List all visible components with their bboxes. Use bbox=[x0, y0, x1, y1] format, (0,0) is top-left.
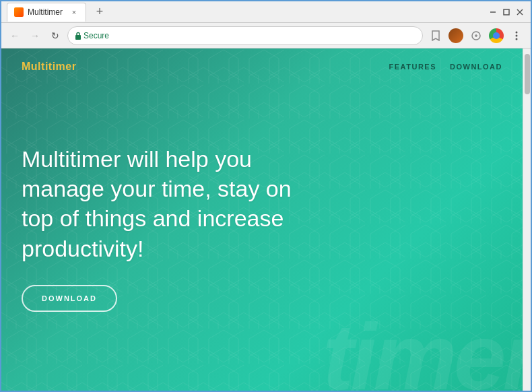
download-button[interactable]: DOWNLOAD bbox=[22, 285, 117, 312]
tab-favicon bbox=[14, 7, 24, 17]
hero-section: timer Multitimer FEATURES DOWNLOAD Multi… bbox=[1, 48, 523, 391]
site-nav: Multitimer FEATURES DOWNLOAD bbox=[1, 48, 523, 85]
extensions-icon[interactable] bbox=[467, 27, 485, 44]
toolbar-icons bbox=[427, 27, 525, 44]
browser-tab[interactable]: Multitimer × bbox=[7, 3, 86, 22]
svg-rect-4 bbox=[75, 35, 81, 40]
nav-download[interactable]: DOWNLOAD bbox=[450, 63, 502, 71]
tab-label: Multitimer bbox=[28, 7, 63, 17]
svg-point-6 bbox=[516, 31, 518, 33]
tab-close-button[interactable]: × bbox=[69, 7, 79, 17]
chrome-icon bbox=[489, 28, 504, 43]
forward-button[interactable]: → bbox=[27, 28, 43, 44]
secure-icon: Secure bbox=[75, 31, 109, 40]
watermark: timer bbox=[323, 310, 523, 391]
svg-point-8 bbox=[516, 38, 518, 40]
title-bar-controls bbox=[488, 7, 525, 18]
os-window: Multitimer × + ← → ↻ Secure bbox=[0, 0, 532, 392]
profile-avatar bbox=[448, 28, 463, 43]
close-button[interactable] bbox=[514, 7, 525, 18]
hero-headline: Multitimer will help you manage your tim… bbox=[22, 144, 304, 263]
nav-features[interactable]: FEATURES bbox=[389, 63, 436, 71]
site-logo: Multitimer bbox=[22, 61, 76, 73]
minimize-button[interactable] bbox=[488, 7, 498, 18]
secure-label: Secure bbox=[84, 31, 109, 40]
title-bar-left: Multitimer × + bbox=[7, 3, 488, 22]
web-content: timer Multitimer FEATURES DOWNLOAD Multi… bbox=[1, 48, 531, 391]
bookmark-icon[interactable] bbox=[427, 27, 444, 44]
scrollbar-thumb[interactable] bbox=[525, 54, 530, 94]
new-tab-button[interactable]: + bbox=[90, 3, 109, 22]
address-input-wrap[interactable]: Secure bbox=[67, 26, 423, 45]
back-button[interactable]: ← bbox=[7, 28, 23, 44]
chrome-update-icon[interactable] bbox=[488, 27, 505, 44]
scrollbar[interactable] bbox=[523, 48, 531, 391]
page-area: timer Multitimer FEATURES DOWNLOAD Multi… bbox=[1, 48, 523, 391]
profile-button[interactable] bbox=[447, 27, 465, 44]
menu-button[interactable] bbox=[508, 27, 525, 44]
hero-content: Multitimer will help you manage your tim… bbox=[22, 144, 304, 312]
svg-point-7 bbox=[516, 34, 518, 36]
maximize-button[interactable] bbox=[501, 7, 512, 18]
refresh-button[interactable]: ↻ bbox=[47, 28, 63, 44]
site-nav-links: FEATURES DOWNLOAD bbox=[389, 63, 502, 71]
title-bar: Multitimer × + bbox=[1, 1, 531, 23]
address-bar: ← → ↻ Secure bbox=[1, 23, 531, 48]
svg-rect-1 bbox=[504, 9, 509, 15]
